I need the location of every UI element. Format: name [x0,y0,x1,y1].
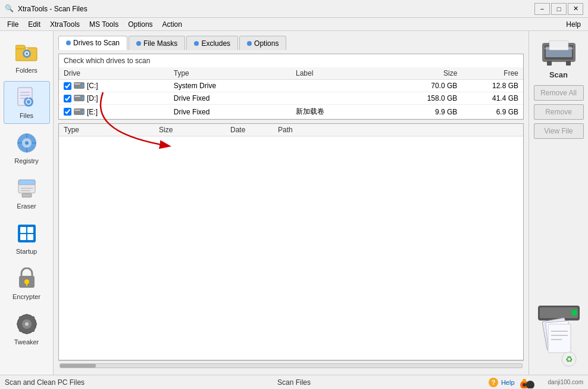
sidebar-item-registry[interactable]: Registry [4,126,50,169]
sidebar-item-files[interactable]: Files [4,81,50,124]
drive-e-checkbox[interactable] [64,108,71,116]
tab-drives-to-scan[interactable]: Drives to Scan [58,36,127,50]
app-icon: 🔍 [5,4,14,14]
view-file-button[interactable]: View File [534,123,584,139]
drives-table: Drive Type Label Size Free [59,67,523,119]
svg-rect-65 [548,324,571,353]
svg-rect-23 [22,194,32,197]
right-panel: Scan Remove All Remove View File [528,31,588,375]
tab-dot-excludes [194,41,199,46]
svg-rect-25 [20,227,26,233]
files-icon [15,86,39,110]
drive-d-free: 41.4 GB [462,92,523,105]
svg-point-76 [528,383,532,387]
help-label: Help [501,379,515,386]
menu-options[interactable]: Options [123,19,157,30]
remove-all-button[interactable]: Remove All [534,85,584,101]
eraser-icon [15,176,39,200]
brand-logo [520,376,546,388]
svg-rect-28 [27,234,33,240]
drive-e-free: 6.9 GB [462,105,523,119]
svg-rect-27 [20,234,26,240]
horizontal-scrollbar[interactable] [58,360,524,370]
drive-d-hdd-icon [74,94,85,102]
drive-row-e: [E:] Drive Fixed 新加载卷 9.9 GB 6.9 GB [59,105,523,119]
svg-text:?: ? [492,379,496,386]
results-panel: Type Size Date Path [58,123,524,360]
svg-point-77 [523,379,526,382]
scrollbar-thumb[interactable] [60,364,96,368]
svg-rect-58 [547,61,552,66]
tab-dot-drives [66,41,71,45]
tab-options[interactable]: Options [239,36,286,50]
scrollbar-track [60,363,523,368]
sidebar-item-encrypter[interactable]: Encrypter [4,262,50,305]
svg-rect-57 [545,48,573,49]
status-left-text: Scan and Clean PC Files [5,378,488,387]
window-title: XtraTools - Scan Files [18,5,534,13]
svg-rect-26 [27,227,33,233]
drive-c-type: System Drive [169,80,291,92]
tab-dot-options [247,41,252,46]
svg-point-34 [25,322,29,326]
tweaker-icon [15,312,39,336]
sidebar-item-startup[interactable]: Startup [4,217,50,260]
folders-icon [15,41,39,64]
drive-row-c: [C:] System Drive 70.0 GB 12.8 GB [59,80,523,92]
col-size: Size [401,67,462,80]
menu-xtratools[interactable]: XtraTools [45,19,85,30]
remove-button[interactable]: Remove [534,104,584,120]
menu-bar: File Edit XtraTools MS Tools Options Act… [0,18,588,31]
svg-rect-20 [18,180,35,185]
menu-edit[interactable]: Edit [23,19,45,30]
col-type-results: Type [59,124,154,136]
svg-rect-35 [26,314,28,317]
col-free: Free [462,67,523,80]
sidebar-item-eraser[interactable]: Eraser [4,172,50,214]
svg-rect-38 [34,323,37,325]
tab-drives-label: Drives to Scan [73,39,120,47]
svg-rect-47 [74,96,80,97]
drive-d-checkbox[interactable] [64,95,71,102]
svg-point-30 [24,279,29,284]
drive-c-name: [C:] [87,82,98,90]
minimize-button[interactable]: − [534,3,550,15]
drive-e-type: Drive Fixed [169,105,291,119]
tab-excludes[interactable]: Excludes [186,36,238,50]
tab-masks-label: File Masks [143,39,177,48]
col-date-results: Date [226,124,273,136]
scan-label: Scan [549,70,568,79]
sidebar-eraser-label: Eraser [17,203,36,210]
sidebar-item-folders[interactable]: Folders [4,36,50,79]
registry-icon [15,131,39,155]
svg-rect-59 [566,61,571,66]
main-container: Folders Files [0,31,588,375]
svg-point-48 [82,97,84,99]
status-center-text: Scan Files [277,378,311,387]
drive-c-hdd-icon [74,82,85,90]
scan-button-area[interactable]: Scan [540,36,578,79]
startup-icon [15,222,39,245]
svg-point-51 [82,111,84,113]
sidebar-item-tweaker[interactable]: Tweaker [4,307,50,350]
menu-file[interactable]: File [2,19,23,30]
close-button[interactable]: ✕ [568,3,583,15]
svg-point-45 [82,85,84,87]
tab-dot-masks [136,41,141,46]
watermark-text: danji100.com [548,379,583,385]
tab-file-masks[interactable]: File Masks [129,36,185,50]
maximize-button[interactable]: □ [551,3,567,15]
sidebar: Folders Files [0,31,54,375]
menu-help[interactable]: Help [561,19,586,30]
col-size-results: Size [154,124,226,136]
results-table: Type Size Date Path [59,124,523,136]
menu-action[interactable]: Action [158,19,187,30]
drive-e-label: 新加载卷 [291,105,401,119]
svg-point-14 [25,141,29,145]
content-area: Drives to Scan File Masks Excludes Optio… [54,31,528,375]
svg-point-9 [24,97,33,107]
drive-e-size: 9.9 GB [401,105,462,119]
svg-point-2 [23,49,31,58]
menu-mstools[interactable]: MS Tools [85,19,123,30]
drive-c-checkbox[interactable] [64,82,71,90]
